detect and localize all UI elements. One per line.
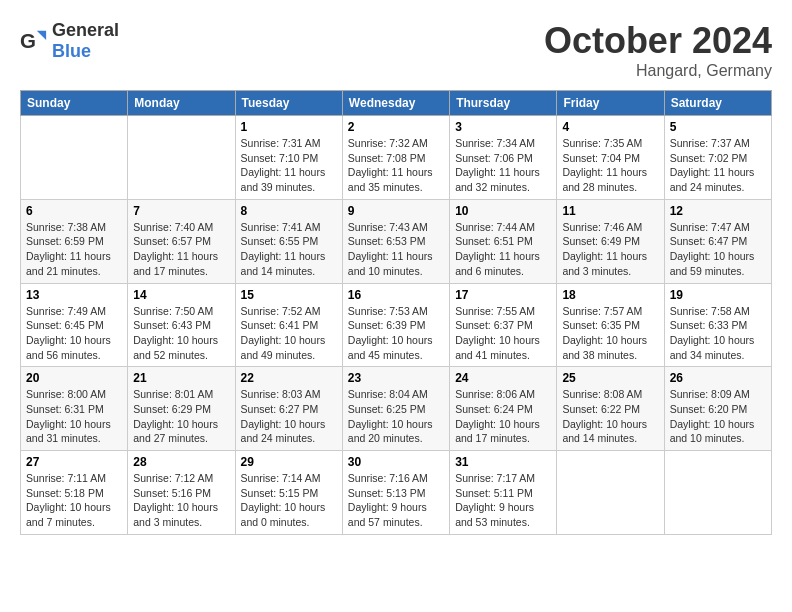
weekday-header-friday: Friday bbox=[557, 91, 664, 116]
day-number: 29 bbox=[241, 455, 337, 469]
day-info: Sunrise: 7:49 AMSunset: 6:45 PMDaylight:… bbox=[26, 304, 122, 363]
day-number: 25 bbox=[562, 371, 658, 385]
day-info: Sunrise: 8:00 AMSunset: 6:31 PMDaylight:… bbox=[26, 387, 122, 446]
day-cell: 18Sunrise: 7:57 AMSunset: 6:35 PMDayligh… bbox=[557, 283, 664, 367]
day-number: 7 bbox=[133, 204, 229, 218]
day-number: 8 bbox=[241, 204, 337, 218]
header: G General Blue October 2024 Hangard, Ger… bbox=[20, 20, 772, 80]
day-cell bbox=[21, 116, 128, 200]
day-info: Sunrise: 7:44 AMSunset: 6:51 PMDaylight:… bbox=[455, 220, 551, 279]
day-number: 30 bbox=[348, 455, 444, 469]
day-info: Sunrise: 7:43 AMSunset: 6:53 PMDaylight:… bbox=[348, 220, 444, 279]
day-cell: 20Sunrise: 8:00 AMSunset: 6:31 PMDayligh… bbox=[21, 367, 128, 451]
svg-marker-1 bbox=[37, 31, 46, 40]
day-number: 15 bbox=[241, 288, 337, 302]
day-cell: 3Sunrise: 7:34 AMSunset: 7:06 PMDaylight… bbox=[450, 116, 557, 200]
day-cell: 16Sunrise: 7:53 AMSunset: 6:39 PMDayligh… bbox=[342, 283, 449, 367]
day-cell: 5Sunrise: 7:37 AMSunset: 7:02 PMDaylight… bbox=[664, 116, 771, 200]
day-number: 19 bbox=[670, 288, 766, 302]
weekday-header-wednesday: Wednesday bbox=[342, 91, 449, 116]
logo-general-text: General bbox=[52, 20, 119, 40]
day-number: 31 bbox=[455, 455, 551, 469]
logo: G General Blue bbox=[20, 20, 119, 62]
day-info: Sunrise: 7:50 AMSunset: 6:43 PMDaylight:… bbox=[133, 304, 229, 363]
day-info: Sunrise: 8:01 AMSunset: 6:29 PMDaylight:… bbox=[133, 387, 229, 446]
day-cell: 27Sunrise: 7:11 AMSunset: 5:18 PMDayligh… bbox=[21, 451, 128, 535]
week-row-4: 20Sunrise: 8:00 AMSunset: 6:31 PMDayligh… bbox=[21, 367, 772, 451]
day-info: Sunrise: 7:34 AMSunset: 7:06 PMDaylight:… bbox=[455, 136, 551, 195]
day-cell: 13Sunrise: 7:49 AMSunset: 6:45 PMDayligh… bbox=[21, 283, 128, 367]
day-number: 6 bbox=[26, 204, 122, 218]
day-cell: 12Sunrise: 7:47 AMSunset: 6:47 PMDayligh… bbox=[664, 199, 771, 283]
day-cell: 31Sunrise: 7:17 AMSunset: 5:11 PMDayligh… bbox=[450, 451, 557, 535]
day-cell: 6Sunrise: 7:38 AMSunset: 6:59 PMDaylight… bbox=[21, 199, 128, 283]
day-cell: 10Sunrise: 7:44 AMSunset: 6:51 PMDayligh… bbox=[450, 199, 557, 283]
day-cell: 25Sunrise: 8:08 AMSunset: 6:22 PMDayligh… bbox=[557, 367, 664, 451]
week-row-5: 27Sunrise: 7:11 AMSunset: 5:18 PMDayligh… bbox=[21, 451, 772, 535]
day-cell: 26Sunrise: 8:09 AMSunset: 6:20 PMDayligh… bbox=[664, 367, 771, 451]
weekday-header-row: SundayMondayTuesdayWednesdayThursdayFrid… bbox=[21, 91, 772, 116]
day-cell: 7Sunrise: 7:40 AMSunset: 6:57 PMDaylight… bbox=[128, 199, 235, 283]
day-cell: 1Sunrise: 7:31 AMSunset: 7:10 PMDaylight… bbox=[235, 116, 342, 200]
day-number: 10 bbox=[455, 204, 551, 218]
day-number: 14 bbox=[133, 288, 229, 302]
day-cell: 23Sunrise: 8:04 AMSunset: 6:25 PMDayligh… bbox=[342, 367, 449, 451]
day-cell bbox=[664, 451, 771, 535]
day-cell bbox=[128, 116, 235, 200]
day-info: Sunrise: 7:31 AMSunset: 7:10 PMDaylight:… bbox=[241, 136, 337, 195]
day-cell: 14Sunrise: 7:50 AMSunset: 6:43 PMDayligh… bbox=[128, 283, 235, 367]
day-number: 11 bbox=[562, 204, 658, 218]
day-number: 24 bbox=[455, 371, 551, 385]
day-info: Sunrise: 8:08 AMSunset: 6:22 PMDaylight:… bbox=[562, 387, 658, 446]
day-info: Sunrise: 8:09 AMSunset: 6:20 PMDaylight:… bbox=[670, 387, 766, 446]
weekday-header-thursday: Thursday bbox=[450, 91, 557, 116]
day-number: 21 bbox=[133, 371, 229, 385]
day-cell: 15Sunrise: 7:52 AMSunset: 6:41 PMDayligh… bbox=[235, 283, 342, 367]
day-number: 22 bbox=[241, 371, 337, 385]
day-cell: 2Sunrise: 7:32 AMSunset: 7:08 PMDaylight… bbox=[342, 116, 449, 200]
day-info: Sunrise: 7:47 AMSunset: 6:47 PMDaylight:… bbox=[670, 220, 766, 279]
day-number: 27 bbox=[26, 455, 122, 469]
title-area: October 2024 Hangard, Germany bbox=[544, 20, 772, 80]
day-info: Sunrise: 7:37 AMSunset: 7:02 PMDaylight:… bbox=[670, 136, 766, 195]
day-number: 9 bbox=[348, 204, 444, 218]
location-title: Hangard, Germany bbox=[544, 62, 772, 80]
day-cell: 4Sunrise: 7:35 AMSunset: 7:04 PMDaylight… bbox=[557, 116, 664, 200]
day-cell: 17Sunrise: 7:55 AMSunset: 6:37 PMDayligh… bbox=[450, 283, 557, 367]
day-number: 12 bbox=[670, 204, 766, 218]
weekday-header-saturday: Saturday bbox=[664, 91, 771, 116]
day-cell: 19Sunrise: 7:58 AMSunset: 6:33 PMDayligh… bbox=[664, 283, 771, 367]
day-number: 3 bbox=[455, 120, 551, 134]
weekday-header-monday: Monday bbox=[128, 91, 235, 116]
day-info: Sunrise: 7:17 AMSunset: 5:11 PMDaylight:… bbox=[455, 471, 551, 530]
logo-blue-text: Blue bbox=[52, 41, 91, 61]
day-cell: 24Sunrise: 8:06 AMSunset: 6:24 PMDayligh… bbox=[450, 367, 557, 451]
day-cell: 29Sunrise: 7:14 AMSunset: 5:15 PMDayligh… bbox=[235, 451, 342, 535]
day-number: 18 bbox=[562, 288, 658, 302]
day-info: Sunrise: 7:58 AMSunset: 6:33 PMDaylight:… bbox=[670, 304, 766, 363]
day-cell: 8Sunrise: 7:41 AMSunset: 6:55 PMDaylight… bbox=[235, 199, 342, 283]
day-number: 20 bbox=[26, 371, 122, 385]
day-number: 23 bbox=[348, 371, 444, 385]
day-info: Sunrise: 7:52 AMSunset: 6:41 PMDaylight:… bbox=[241, 304, 337, 363]
week-row-2: 6Sunrise: 7:38 AMSunset: 6:59 PMDaylight… bbox=[21, 199, 772, 283]
weekday-header-tuesday: Tuesday bbox=[235, 91, 342, 116]
day-cell: 22Sunrise: 8:03 AMSunset: 6:27 PMDayligh… bbox=[235, 367, 342, 451]
day-info: Sunrise: 7:55 AMSunset: 6:37 PMDaylight:… bbox=[455, 304, 551, 363]
month-title: October 2024 bbox=[544, 20, 772, 62]
logo-icon: G bbox=[20, 27, 48, 55]
day-info: Sunrise: 8:04 AMSunset: 6:25 PMDaylight:… bbox=[348, 387, 444, 446]
day-number: 17 bbox=[455, 288, 551, 302]
day-number: 13 bbox=[26, 288, 122, 302]
day-info: Sunrise: 8:06 AMSunset: 6:24 PMDaylight:… bbox=[455, 387, 551, 446]
day-cell: 30Sunrise: 7:16 AMSunset: 5:13 PMDayligh… bbox=[342, 451, 449, 535]
day-info: Sunrise: 7:46 AMSunset: 6:49 PMDaylight:… bbox=[562, 220, 658, 279]
day-number: 26 bbox=[670, 371, 766, 385]
svg-text:G: G bbox=[20, 29, 36, 52]
day-info: Sunrise: 7:38 AMSunset: 6:59 PMDaylight:… bbox=[26, 220, 122, 279]
day-cell: 28Sunrise: 7:12 AMSunset: 5:16 PMDayligh… bbox=[128, 451, 235, 535]
calendar-table: SundayMondayTuesdayWednesdayThursdayFrid… bbox=[20, 90, 772, 535]
day-cell: 21Sunrise: 8:01 AMSunset: 6:29 PMDayligh… bbox=[128, 367, 235, 451]
day-info: Sunrise: 8:03 AMSunset: 6:27 PMDaylight:… bbox=[241, 387, 337, 446]
day-info: Sunrise: 7:32 AMSunset: 7:08 PMDaylight:… bbox=[348, 136, 444, 195]
